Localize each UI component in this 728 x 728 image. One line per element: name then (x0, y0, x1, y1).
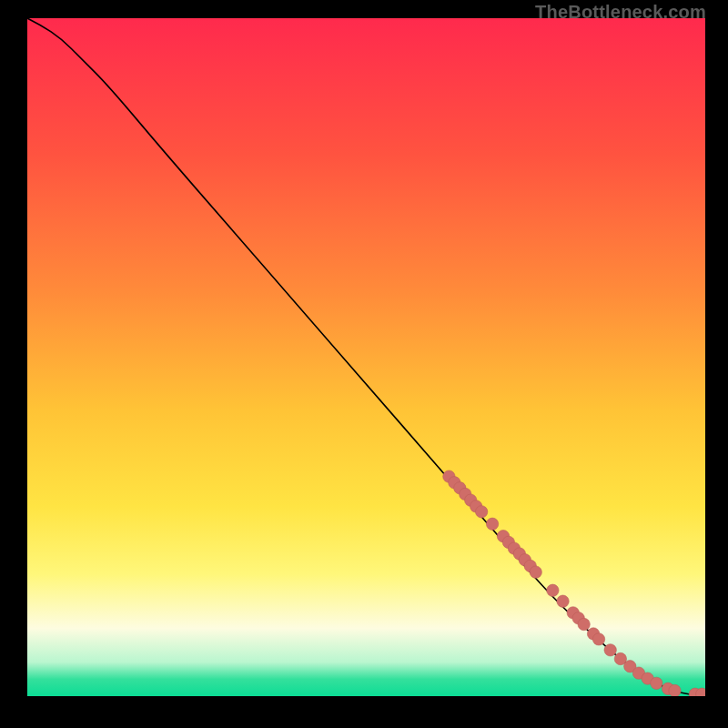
data-marker (486, 518, 498, 530)
chart-stage: TheBottleneck.com (0, 0, 728, 728)
data-marker (592, 633, 604, 645)
data-marker (530, 566, 541, 578)
data-marker (547, 584, 559, 596)
data-marker (578, 618, 590, 630)
data-marker (604, 644, 616, 656)
chart-svg (27, 18, 705, 696)
data-marker (669, 684, 681, 696)
data-marker (557, 595, 569, 607)
gradient-background (27, 18, 705, 696)
data-marker (651, 677, 662, 689)
chart-plot-area (27, 18, 705, 696)
data-marker (475, 506, 487, 518)
